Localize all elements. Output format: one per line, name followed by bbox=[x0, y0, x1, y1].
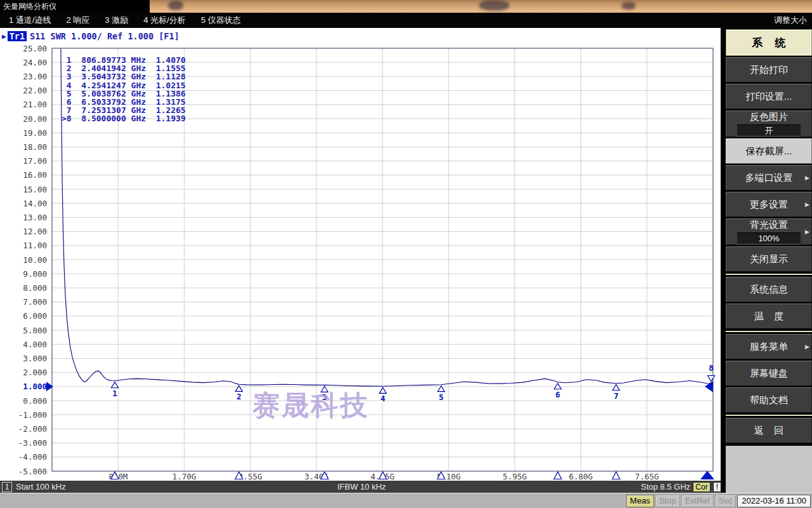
active-marker-axis-triangle-icon bbox=[700, 471, 714, 480]
trace-description: S11 SWR 1.000/ Ref 1.000 [F1] bbox=[30, 31, 180, 41]
y-axis-label: 11.00 bbox=[23, 241, 47, 250]
sidebar-button-label: 反色图片 bbox=[750, 111, 788, 123]
sidebar-button-print-settings[interactable]: 打印设置... bbox=[726, 84, 812, 109]
sidebar-button-display-off[interactable]: 关闭显示 bbox=[726, 246, 812, 272]
y-axis-label: 8.000 bbox=[23, 283, 47, 293]
marker-triangle-icon bbox=[379, 387, 386, 393]
sidebar-divider bbox=[726, 331, 812, 332]
sidebar-button-start-print[interactable]: 开始打印 bbox=[726, 57, 812, 83]
marker-number: 5 bbox=[439, 392, 444, 402]
sidebar-button-label: 系统信息 bbox=[750, 284, 788, 296]
marker-readout-row: >8 8.5000000 GHz 1.1939 bbox=[62, 114, 186, 123]
sidebar-button-value: 开 bbox=[737, 124, 801, 137]
marker-readout-row: 3 3.5043732 GHz 1.1128 bbox=[62, 72, 186, 81]
submenu-arrow-icon: ▶ bbox=[805, 344, 809, 350]
menu-item[interactable]: 5 仪器状态 bbox=[201, 15, 241, 26]
y-axis-ref-label: 1.000 bbox=[23, 382, 47, 391]
sidebar-header: 系 统 bbox=[726, 29, 812, 56]
sidebar-button-service-menu[interactable]: 服务菜单▶ bbox=[726, 334, 812, 359]
sidebar-button-label: 保存截屏... bbox=[746, 145, 792, 157]
sidebar-button-value: 100% bbox=[737, 232, 801, 244]
y-axis-label: 12.00 bbox=[23, 227, 47, 236]
sidebar-button-temperature[interactable]: 温 度 bbox=[726, 304, 812, 329]
y-axis-label: 0.000 bbox=[23, 396, 47, 406]
submenu-arrow-icon: ▶ bbox=[805, 175, 809, 181]
menu-item[interactable]: 1 通道/迹线 bbox=[9, 15, 51, 26]
y-axis-label: 25.00 bbox=[23, 44, 47, 53]
instrument-status-bar: 1 Start 100 kHz IFBW 10 kHz Stop 8.5 GHz… bbox=[0, 481, 723, 493]
status-indicator-svc: Svc bbox=[715, 495, 737, 507]
active-marker-triangle-icon bbox=[708, 375, 715, 381]
marker-number: 1 bbox=[112, 389, 117, 398]
y-axis-label: 6.000 bbox=[23, 311, 47, 321]
sidebar-button-label: 返 回 bbox=[754, 425, 784, 437]
status-indicator-stop: Stop bbox=[655, 495, 680, 507]
y-axis-label: -5.000 bbox=[18, 467, 47, 476]
y-axis-label: 23.00 bbox=[23, 72, 47, 81]
os-taskbar: MeasStopExtRefSvc 2022-03-16 11:00 bbox=[0, 493, 812, 508]
sidebar-button-label: 开始打印 bbox=[750, 64, 788, 76]
sidebar-button-label: 帮助文档 bbox=[750, 394, 788, 406]
y-axis-label: 17.00 bbox=[23, 156, 47, 166]
resize-button[interactable]: 调整大小 bbox=[774, 15, 812, 26]
sidebar-button-multiport-settings[interactable]: 多端口设置▶ bbox=[726, 165, 812, 190]
sidebar-button-system-info[interactable]: 系统信息 bbox=[726, 277, 812, 302]
sidebar-button-label: 打印设置... bbox=[746, 91, 792, 103]
y-axis-label: 22.00 bbox=[23, 86, 47, 95]
marker-readout-table: 1 806.89773 MHz 1.4070 2 2.4041942 GHz 1… bbox=[62, 56, 186, 123]
menu-item[interactable]: 3 激励 bbox=[105, 15, 128, 26]
sidebar-button-label: 多端口设置 bbox=[745, 172, 793, 184]
system-menu-sidebar: 系 统 开始打印打印设置...反色图片开保存截屏...多端口设置▶更多设置▶背光… bbox=[721, 28, 812, 493]
y-axis-label: 15.00 bbox=[23, 185, 47, 194]
marker-number: 6 bbox=[555, 390, 560, 399]
sidebar-button-screen-keyboard[interactable]: 屏幕键盘 bbox=[726, 361, 812, 386]
sidebar-button-more-settings[interactable]: 更多设置▶ bbox=[726, 192, 812, 217]
sidebar-button-save-screenshot[interactable]: 保存截屏... bbox=[726, 138, 812, 164]
sidebar-button-invert-image[interactable]: 反色图片开 bbox=[726, 110, 812, 137]
status-indicator-extref: ExtRef bbox=[681, 495, 714, 507]
sidebar-button-label: 背光设置 bbox=[750, 219, 788, 231]
sidebar-button-back[interactable]: 返 回 bbox=[726, 418, 812, 443]
marker-triangle-icon bbox=[554, 384, 561, 389]
active-marker-number: 8 bbox=[709, 363, 714, 373]
menu-bar: 1 通道/迹线2 响应3 激励4 光标/分析5 仪器状态 调整大小 bbox=[0, 13, 812, 28]
y-axis-label: 20.00 bbox=[23, 114, 47, 124]
trace-name-badge: Tr1 bbox=[8, 31, 27, 41]
desktop-smudge bbox=[168, 1, 183, 10]
sidebar-divider bbox=[726, 274, 812, 275]
y-axis-label: 13.00 bbox=[23, 213, 47, 222]
submenu-arrow-icon: ▶ bbox=[805, 229, 809, 235]
y-axis-label: 10.00 bbox=[23, 255, 47, 265]
ifbw-label: IFBW 10 kHz bbox=[0, 482, 723, 491]
desktop-smudge bbox=[479, 0, 509, 11]
y-axis-label: -1.000 bbox=[18, 410, 47, 420]
y-axis-label: 3.000 bbox=[23, 354, 47, 363]
taskbar-status-cluster: MeasStopExtRefSvc 2022-03-16 11:00 bbox=[626, 495, 811, 507]
menu-item[interactable]: 4 光标/分析 bbox=[143, 15, 185, 26]
marker-axis-triangle-icon bbox=[554, 472, 561, 479]
marker-axis-triangle-icon bbox=[612, 472, 620, 479]
y-axis-label: 16.00 bbox=[23, 170, 47, 180]
menu-item[interactable]: 2 响应 bbox=[66, 15, 89, 26]
sidebar-button-label: 更多设置 bbox=[750, 199, 788, 211]
trace-pointer-icon: ▶ bbox=[2, 32, 6, 41]
watermark: 赛晟科技 bbox=[252, 387, 369, 424]
sidebar-button-label: 屏幕键盘 bbox=[750, 368, 788, 380]
y-axis-label: 14.00 bbox=[23, 199, 47, 208]
sidebar-button-label: 温 度 bbox=[754, 311, 784, 323]
status-indicator-meas: Meas bbox=[626, 495, 654, 507]
sidebar-button-help-docs[interactable]: 帮助文档 bbox=[726, 387, 812, 413]
window-title-bar: 矢量网络分析仪 bbox=[0, 0, 150, 13]
trace-header[interactable]: ▶Tr1S11 SWR 1.000/ Ref 1.000 [F1] bbox=[2, 31, 180, 41]
menu-items: 1 通道/迹线2 响应3 激励4 光标/分析5 仪器状态 bbox=[0, 15, 240, 26]
sidebar-button-label: 服务菜单 bbox=[750, 341, 788, 353]
sidebar-buttons: 开始打印打印设置...反色图片开保存截屏...多端口设置▶更多设置▶背光设置10… bbox=[726, 57, 812, 444]
y-axis-label: 5.000 bbox=[23, 326, 47, 335]
sidebar-button-backlight-settings[interactable]: 背光设置100%▶ bbox=[726, 218, 812, 245]
taskbar-indicators: MeasStopExtRefSvc bbox=[626, 495, 736, 507]
marker-number: 4 bbox=[381, 394, 386, 403]
y-axis-label: -3.000 bbox=[18, 438, 47, 448]
y-axis-label: 18.00 bbox=[23, 142, 47, 152]
x-axis-label: 7.65G bbox=[635, 472, 659, 481]
ref-level-arrow-right-icon bbox=[705, 381, 713, 392]
